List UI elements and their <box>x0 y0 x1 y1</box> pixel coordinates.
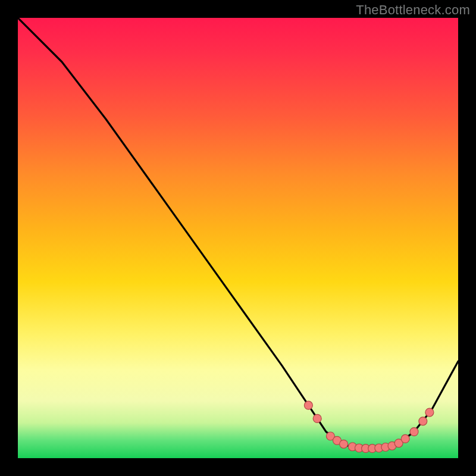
attribution-label: TheBottleneck.com <box>356 2 470 18</box>
data-marker <box>410 428 418 436</box>
curve-overlay <box>18 18 458 458</box>
data-marker <box>304 401 312 409</box>
data-marker <box>313 414 321 422</box>
bottleneck-curve <box>18 18 458 449</box>
chart-frame: TheBottleneck.com <box>0 0 476 476</box>
plot-area <box>18 18 458 458</box>
data-marker <box>340 440 348 448</box>
data-marker <box>401 434 409 443</box>
data-marker <box>419 417 427 425</box>
data-marker <box>425 408 434 416</box>
